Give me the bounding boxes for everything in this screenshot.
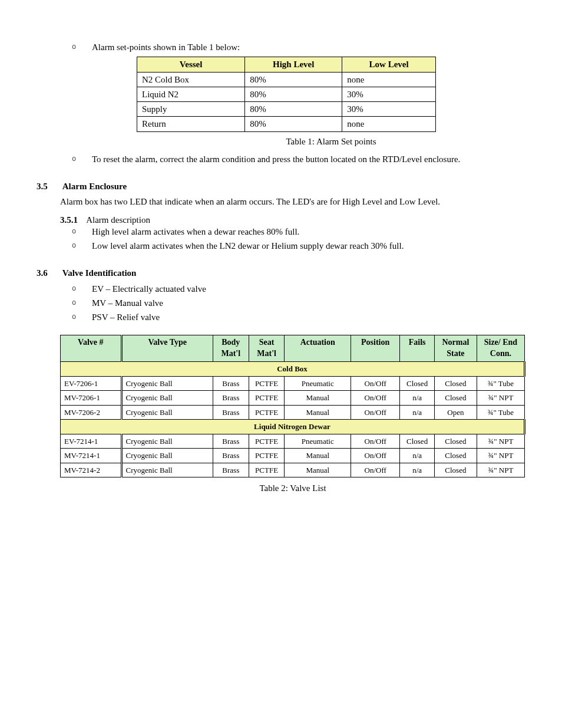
table-row: N2 Cold Box 80% none	[137, 72, 436, 87]
cell-fails: Closed	[400, 376, 435, 391]
cell-num: MV-7206-1	[61, 391, 122, 406]
table-row: MV-7214-1 Cryogenic Ball Brass PCTFE Man…	[61, 449, 525, 463]
section-number: 3.5	[37, 180, 60, 192]
cell-high: 80%	[245, 72, 342, 87]
cell-fails: n/a	[400, 391, 435, 406]
cell-act: Manual	[285, 449, 351, 463]
valves-group-row: Cold Box	[61, 362, 525, 377]
setpoints-section: o Alarm set-points shown in Table 1 belo…	[72, 41, 525, 165]
bullet-marker: o	[72, 226, 92, 238]
valve-code: MV	[92, 298, 106, 308]
section-title: Alarm Enclosure	[62, 182, 127, 191]
section-title: Valve Identification	[62, 268, 137, 278]
cell-fails: Closed	[400, 434, 435, 449]
valves-group-row: Liquid Nitrogen Dewar	[61, 420, 525, 434]
cell-act: Manual	[285, 391, 351, 406]
cell-seat: PCTFE	[249, 463, 285, 477]
valve-desc: – Relief valve	[108, 312, 160, 322]
cell-body: Brass	[213, 463, 249, 477]
valves-header-type: Valve Type	[121, 335, 213, 362]
section-number: 3.6	[37, 267, 60, 279]
list-item-text: High level alarm activates when a dewar …	[92, 226, 525, 238]
cell-type: Cryogenic Ball	[121, 376, 213, 391]
valves-header-body: Body Mat'l	[213, 335, 249, 362]
bullet-marker: o	[72, 297, 92, 309]
bullet-marker: o	[72, 283, 92, 295]
cell-type: Cryogenic Ball	[121, 434, 213, 449]
subsection-3-5-1-items: o High level alarm activates when a dewa…	[72, 226, 525, 252]
section-3-5-heading: 3.5 Alarm Enclosure	[37, 180, 525, 192]
cell-seat: PCTFE	[249, 405, 285, 420]
cell-high: 80%	[245, 87, 342, 101]
list-item-text: Low level alarm activates when the LN2 d…	[92, 240, 525, 252]
cell-size: ¾" NPT	[477, 434, 524, 449]
cell-size: ¾" NPT	[477, 463, 524, 477]
cell-body: Brass	[213, 449, 249, 463]
section-3-6-heading: 3.6 Valve Identification	[37, 267, 525, 279]
cell-num: MV-7214-2	[61, 463, 122, 477]
valve-desc: – Electrically actuated valve	[104, 284, 206, 294]
cell-fails: n/a	[400, 449, 435, 463]
valves-group-name: Liquid Nitrogen Dewar	[61, 420, 525, 434]
setpoints-table-caption: Table 1: Alarm Set points	[137, 136, 525, 147]
valves-table: Valve # Valve Type Body Mat'l Seat Mat'l…	[60, 335, 525, 477]
cell-size: ¾" NPT	[477, 391, 524, 406]
cell-body: Brass	[213, 376, 249, 391]
setpoints-table: Vessel High Level Low Level N2 Cold Box …	[137, 57, 436, 131]
cell-num: MV-7206-2	[61, 405, 122, 420]
list-item-text: PSV – Relief valve	[92, 311, 525, 323]
cell-act: Pneumatic	[285, 376, 351, 391]
cell-state: Closed	[434, 434, 477, 449]
cell-low: 30%	[342, 87, 436, 101]
cell-vessel: Liquid N2	[137, 87, 245, 101]
table-row: EV-7206-1 Cryogenic Ball Brass PCTFE Pne…	[61, 376, 525, 391]
list-item: o MV – Manual valve	[72, 297, 525, 309]
valve-code: PSV	[92, 312, 108, 322]
bullet-marker: o	[72, 153, 92, 165]
setpoints-table-wrap: Vessel High Level Low Level N2 Cold Box …	[72, 57, 525, 147]
cell-vessel: N2 Cold Box	[137, 72, 245, 87]
list-item: o EV – Electrically actuated valve	[72, 283, 525, 295]
valves-group-name: Cold Box	[61, 362, 525, 377]
cell-type: Cryogenic Ball	[121, 449, 213, 463]
cell-body: Brass	[213, 405, 249, 420]
cell-type: Cryogenic Ball	[121, 391, 213, 406]
cell-num: EV-7206-1	[61, 376, 122, 391]
cell-size: ¾" NPT	[477, 449, 524, 463]
table-row: MV-7206-2 Cryogenic Ball Brass PCTFE Man…	[61, 405, 525, 420]
setpoints-intro-text: Alarm set-points shown in Table 1 below:	[92, 41, 525, 53]
setpoints-reset-text: To reset the alarm, correct the alarm co…	[92, 153, 525, 165]
valves-header-act: Actuation	[285, 335, 351, 362]
valves-header-size: Size/ End Conn.	[477, 335, 524, 362]
list-item-text: EV – Electrically actuated valve	[92, 283, 525, 295]
list-item: o PSV – Relief valve	[72, 311, 525, 323]
cell-type: Cryogenic Ball	[121, 405, 213, 420]
cell-pos: On/Off	[351, 463, 400, 477]
cell-low: none	[342, 117, 436, 131]
section-3-6-items: o EV – Electrically actuated valve o MV …	[72, 283, 525, 324]
cell-pos: On/Off	[351, 391, 400, 406]
subsection-title: Alarm description	[86, 215, 150, 225]
table-row: EV-7214-1 Cryogenic Ball Brass PCTFE Pne…	[61, 434, 525, 449]
cell-vessel: Return	[137, 117, 245, 131]
table-row: Supply 80% 30%	[137, 102, 436, 117]
subsection-number: 3.5.1	[60, 215, 78, 225]
cell-num: MV-7214-1	[61, 449, 122, 463]
table-row: Return 80% none	[137, 117, 436, 131]
list-item-text: MV – Manual valve	[92, 297, 525, 309]
setpoints-reset-bullet: o To reset the alarm, correct the alarm …	[72, 153, 525, 165]
subsection-3-5-1: 3.5.1 Alarm description	[60, 214, 525, 226]
setpoints-intro-bullet: o Alarm set-points shown in Table 1 belo…	[72, 41, 525, 53]
cell-state: Closed	[434, 449, 477, 463]
setpoints-header-vessel: Vessel	[137, 57, 245, 72]
table-row: MV-7214-2 Cryogenic Ball Brass PCTFE Man…	[61, 463, 525, 477]
cell-high: 80%	[245, 117, 342, 131]
cell-num: EV-7214-1	[61, 434, 122, 449]
valves-header-fails: Fails	[400, 335, 435, 362]
cell-size: ¾" Tube	[477, 405, 524, 420]
cell-act: Manual	[285, 463, 351, 477]
cell-pos: On/Off	[351, 405, 400, 420]
bullet-marker: o	[72, 311, 92, 323]
cell-vessel: Supply	[137, 102, 245, 117]
bullet-marker: o	[72, 41, 92, 53]
